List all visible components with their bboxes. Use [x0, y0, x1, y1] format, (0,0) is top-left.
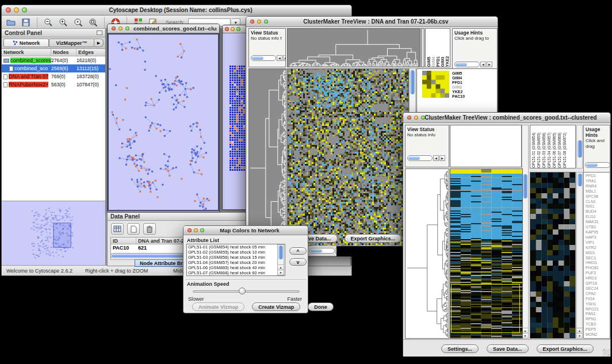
- column-dendrogram-canvas[interactable]: [288, 29, 420, 67]
- gene-label[interactable]: CPA2: [586, 292, 610, 297]
- save-data-button[interactable]: Save Data...: [487, 344, 529, 353]
- heatmap-canvas[interactable]: [288, 69, 408, 246]
- usage-hints-zoom-control[interactable]: ◀▶: [454, 62, 492, 67]
- tab-network[interactable]: Network: [3, 39, 49, 47]
- scrollbar-thumb[interactable]: [278, 246, 283, 259]
- usage-hints-zoom-control[interactable]: ◀▶: [585, 162, 610, 168]
- treeview2-titlebar[interactable]: ClusterMaker TreeView : combined_scores_…: [403, 113, 610, 123]
- minimize-icon[interactable]: [231, 27, 235, 31]
- zoom-out-button[interactable]: [41, 17, 55, 28]
- column-label[interactable]: GPL51-07 (GSM868): [557, 125, 563, 168]
- network-list-area[interactable]: [2, 89, 105, 201]
- network-table-header[interactable]: Network Nodes Edges: [2, 49, 105, 56]
- zoom-icon[interactable]: [421, 116, 425, 120]
- scrollbar-thumb[interactable]: [577, 174, 582, 186]
- gene-label[interactable]: HAP3: [586, 235, 610, 240]
- network-view-titlebar[interactable]: combined_scores_good.txt--cluste...: [108, 24, 219, 33]
- column-label[interactable]: PAC10: [450, 29, 450, 67]
- attribute-table-button[interactable]: [111, 223, 124, 235]
- gene-label[interactable]: SEC24: [586, 286, 610, 292]
- gene-label[interactable]: SPC98: [586, 194, 610, 200]
- scroll-up-icon[interactable]: ▲: [577, 328, 582, 333]
- column-label[interactable]: GPL51-08 (GSM872): [563, 125, 568, 168]
- resize-grip[interactable]: [603, 349, 610, 356]
- animate-vizmap-button[interactable]: Animate Vizmap: [192, 302, 244, 311]
- mini-heatmap-canvas[interactable]: [422, 71, 449, 98]
- open-file-button[interactable]: [4, 17, 18, 28]
- id-column-header[interactable]: ID: [111, 237, 136, 244]
- network-overview-canvas[interactable]: [2, 201, 105, 265]
- gene-label[interactable]: VIP1: [586, 240, 610, 246]
- gene-dendrogram-canvas[interactable]: [249, 69, 286, 246]
- attribute-list-scrollbar[interactable]: ▲ ▼: [277, 244, 284, 275]
- network-tree-row[interactable]: combined_scores 2764(0) 16218(0): [2, 56, 105, 64]
- gene-label[interactable]: HRD3: [586, 276, 610, 281]
- gene-label[interactable]: SEC1: [586, 256, 610, 261]
- minimize-icon[interactable]: [257, 20, 261, 24]
- gene-label[interactable]: NTR2: [586, 246, 610, 251]
- gene-label[interactable]: MSL1: [586, 189, 610, 194]
- zoom-preview-panel[interactable]: [336, 246, 403, 256]
- zoom-heatmap-canvas[interactable]: [530, 173, 575, 338]
- new-attribute-button[interactable]: [127, 223, 140, 235]
- zoom-icon[interactable]: [264, 20, 268, 24]
- tab-overflow-button[interactable]: ▶: [94, 39, 104, 47]
- close-icon[interactable]: [188, 228, 192, 232]
- column-label[interactable]: GPL51-06 (GSM865): [552, 125, 557, 168]
- column-header-network[interactable]: Network: [2, 49, 51, 56]
- column-label[interactable]: GIM4: [431, 29, 436, 67]
- tab-vizmapper[interactable]: VizMapper™: [49, 39, 94, 47]
- zoom-fit-button[interactable]: [86, 17, 100, 28]
- gene-label[interactable]: PUF3: [586, 271, 610, 276]
- move-down-button[interactable]: v: [289, 258, 307, 266]
- close-icon[interactable]: [6, 7, 11, 13]
- row-label[interactable]: GIM4: [452, 76, 465, 81]
- network-canvas[interactable]: [109, 35, 218, 210]
- dialog-titlebar[interactable]: Map Colors to Network: [183, 226, 308, 235]
- gene-label[interactable]: PHO81: [586, 266, 610, 271]
- zoom-icon[interactable]: [236, 27, 240, 31]
- row-label[interactable]: GIM3: [452, 85, 465, 90]
- attribute-item[interactable]: GPL51-07 (GSM868) heat shock 60 min: [188, 271, 284, 276]
- save-button[interactable]: [19, 17, 33, 28]
- column-header-nodes[interactable]: Nodes: [51, 49, 76, 56]
- scroll-down-icon[interactable]: ▼: [278, 270, 284, 275]
- row-label[interactable]: GIM5: [452, 71, 465, 76]
- create-vizmap-button[interactable]: Create Vizmap: [252, 302, 300, 311]
- gene-label[interactable]: HMG1: [586, 260, 610, 266]
- export-graphics-button[interactable]: Export Graphics...: [537, 344, 594, 353]
- minimize-icon[interactable]: [118, 26, 123, 30]
- settings-button[interactable]: Settings...: [441, 344, 479, 353]
- gene-list-scrollbar[interactable]: ▲ ▼: [576, 172, 583, 339]
- minimize-icon[interactable]: [194, 228, 198, 232]
- scroll-down-icon[interactable]: ▼: [522, 333, 528, 338]
- gene-label[interactable]: KAP95: [586, 230, 610, 235]
- column-label[interactable]: GPL51-01 (GSM854): [531, 125, 537, 168]
- view-status-zoom-control[interactable]: ◀▶: [251, 55, 286, 61]
- column-label[interactable]: GIM3: [441, 29, 445, 67]
- close-icon[interactable]: [250, 20, 254, 24]
- scrollbar-thumb[interactable]: [410, 70, 415, 94]
- treeview1-scroll-strip[interactable]: [421, 28, 424, 67]
- zoom-selected-button[interactable]: [71, 17, 85, 28]
- zoom-icon[interactable]: [200, 228, 204, 232]
- gene-label[interactable]: MSI1: [586, 251, 610, 256]
- gene-label[interactable]: MON2: [586, 332, 610, 338]
- scrollbar-thumb[interactable]: [577, 140, 582, 158]
- gene-label[interactable]: YRA1: [586, 179, 610, 184]
- column-labels-scrollbar[interactable]: [576, 125, 583, 168]
- done-button[interactable]: Done: [308, 302, 334, 311]
- view-status-zoom-control[interactable]: ◀▶: [407, 155, 445, 161]
- gene-label[interactable]: GTB1: [586, 225, 610, 230]
- gene-label[interactable]: RPN1: [586, 317, 610, 322]
- row-label[interactable]: YKE2: [452, 90, 465, 94]
- gene-label[interactable]: GPI16: [586, 281, 610, 286]
- gene-label[interactable]: PFD1: [586, 174, 610, 179]
- zoom-icon[interactable]: [22, 7, 27, 13]
- float-panel-icon[interactable]: [97, 30, 102, 35]
- gene-label[interactable]: BUD4: [586, 209, 610, 214]
- treeview1-titlebar[interactable]: ClusterMaker TreeView : DNA and Tran 07-…: [246, 17, 498, 27]
- zoom-icon[interactable]: [125, 26, 129, 30]
- network-tree-row[interactable]: RNAPuberNov2+ 563(0) 107847(0): [2, 81, 105, 89]
- delete-attribute-button[interactable]: [143, 223, 156, 235]
